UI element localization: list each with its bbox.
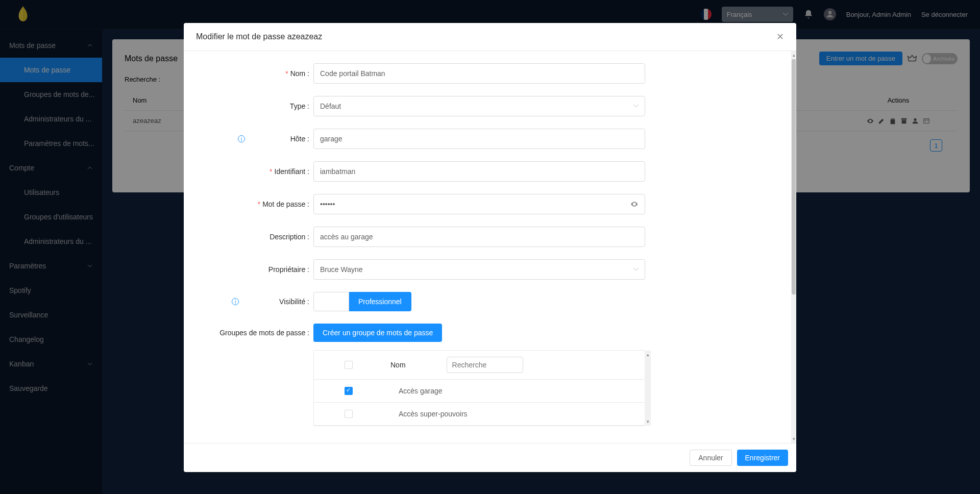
label-motdepasse: *Mot de passe :	[196, 200, 313, 208]
label-type: Type :	[196, 102, 313, 110]
password-input[interactable]	[320, 200, 630, 208]
chevron-down-icon	[633, 105, 639, 108]
label-proprietaire: Propriétaire :	[196, 265, 313, 274]
select-all-checkbox[interactable]	[345, 361, 353, 369]
edit-password-modal: Modifier le mot de passe azeazeaz ✕ *Nom…	[184, 23, 796, 472]
group-name: Accès garage	[399, 387, 443, 395]
identifiant-input[interactable]	[320, 167, 639, 176]
label-identifiant: *Identifiant :	[196, 167, 313, 176]
type-select[interactable]: Défaut	[313, 96, 645, 116]
create-group-button[interactable]: Créer un groupe de mots de passe	[313, 324, 442, 342]
label-groupes: Groupes de mots de passe :	[196, 324, 313, 337]
label-hote: iHôte :	[196, 135, 313, 143]
scroll-thumb[interactable]	[792, 59, 796, 294]
nom-input[interactable]	[320, 69, 639, 78]
save-button[interactable]: Enregistrer	[737, 450, 788, 466]
group-name: Accès super-pouvoirs	[399, 410, 468, 418]
visibility-pro[interactable]: Professionnel	[349, 292, 411, 311]
group-row: Accès garage	[314, 380, 645, 403]
groups-search-input[interactable]	[447, 357, 523, 373]
modal-title: Modifier le mot de passe azeazeaz	[196, 32, 322, 41]
modal-scrollbar[interactable]: ▴ ▾	[791, 51, 796, 443]
groups-table: Nom Accès garage Accès super-pouvoirs	[313, 350, 645, 426]
visibility-prive[interactable]: Privé	[313, 292, 349, 311]
group-checkbox[interactable]	[345, 410, 353, 418]
label-nom: *Nom :	[196, 69, 313, 78]
cancel-button[interactable]: Annuler	[690, 450, 731, 466]
groups-scrollbar[interactable]: ▴ ▾	[645, 351, 651, 426]
close-icon[interactable]: ✕	[776, 31, 784, 42]
groups-col-nom: Nom	[390, 361, 406, 369]
info-icon[interactable]: i	[238, 135, 245, 142]
hote-input[interactable]	[320, 135, 639, 143]
group-checkbox[interactable]	[345, 387, 353, 395]
label-visibilite: iVisibilité :	[196, 298, 313, 306]
label-description: Description :	[196, 233, 313, 241]
owner-select[interactable]: Bruce Wayne	[313, 259, 645, 280]
description-input[interactable]	[320, 233, 639, 241]
scroll-down-icon[interactable]: ▾	[647, 417, 649, 426]
type-value: Défaut	[320, 102, 341, 110]
info-icon[interactable]: i	[232, 298, 239, 305]
owner-value: Bruce Wayne	[320, 265, 363, 274]
scroll-up-icon[interactable]: ▴	[791, 51, 796, 59]
chevron-down-icon	[633, 268, 639, 271]
scroll-down-icon[interactable]: ▾	[791, 435, 796, 443]
group-row: Accès super-pouvoirs	[314, 403, 645, 426]
scroll-up-icon[interactable]: ▴	[647, 351, 649, 359]
eye-icon[interactable]	[630, 200, 639, 208]
